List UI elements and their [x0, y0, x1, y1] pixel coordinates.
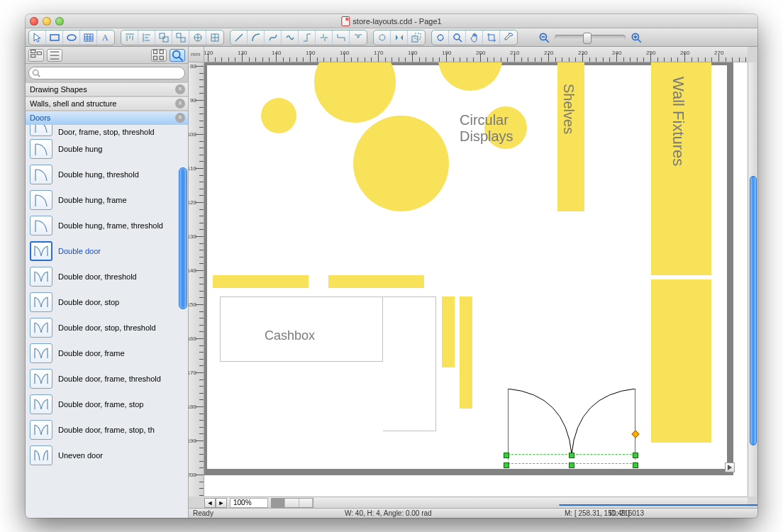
vertical-scroll-thumb[interactable]	[750, 176, 757, 445]
zoom-out-icon[interactable]	[538, 31, 550, 44]
svg-rect-14	[154, 50, 157, 53]
shape-label: Double hung	[58, 145, 102, 153]
counter-4[interactable]	[460, 297, 472, 409]
align-left-icon[interactable]	[138, 31, 155, 45]
canvas-area: mm 1201301401501601701801902002102202302…	[189, 47, 757, 518]
horizontal-ruler[interactable]: 1201301401501601701801902002102202302402…	[204, 47, 748, 62]
page-tabs[interactable]	[271, 498, 313, 508]
table-icon[interactable]	[80, 31, 97, 45]
svg-rect-16	[154, 56, 157, 60]
zoom-icon[interactable]	[449, 31, 466, 45]
pan-icon[interactable]	[466, 31, 483, 45]
shape-item[interactable]: Uneven door	[26, 443, 188, 468]
shape-item[interactable]: Double door, stop	[26, 289, 188, 315]
shape-item[interactable]: Double door, frame, stop, th	[26, 417, 188, 443]
close-window-button[interactable]	[30, 17, 38, 26]
drawing: Circular Displays Shelves Wall Fixtures …	[204, 62, 748, 497]
zoom-level-input[interactable]: 100%	[230, 498, 268, 508]
grid-icon[interactable]	[206, 31, 223, 45]
presentation-play-button[interactable]	[725, 462, 735, 472]
sidebar-scrollbar[interactable]	[179, 167, 187, 309]
curve-icon[interactable]	[265, 31, 282, 45]
shape-item[interactable]: Double hung	[26, 136, 188, 162]
resize-handle[interactable]	[504, 462, 509, 468]
circle-display-1[interactable]	[261, 98, 296, 133]
shape-item[interactable]: Double door, frame	[26, 340, 188, 366]
panel-list-tab[interactable]	[47, 49, 62, 62]
arc-icon[interactable]	[248, 31, 265, 45]
category-close-icon[interactable]: ×	[175, 99, 185, 109]
zoom-window-button[interactable]	[55, 17, 64, 26]
category-close-icon[interactable]: ×	[175, 84, 185, 94]
document-icon	[341, 16, 350, 26]
shape-item[interactable]: Double hung, frame, threshold	[26, 213, 188, 238]
prev-page-button[interactable]: ◄	[204, 498, 216, 508]
select-tools: A	[28, 30, 115, 45]
connector4-icon[interactable]	[350, 31, 367, 45]
shape-item[interactable]: Double door, frame, stop	[26, 392, 188, 417]
connector1-icon[interactable]	[299, 31, 316, 45]
minimize-window-button[interactable]	[43, 17, 51, 26]
shape-label: Double hung, threshold	[58, 170, 139, 179]
cashbox-shape-side[interactable]	[383, 297, 436, 431]
horizontal-scroll-thumb[interactable]	[559, 504, 757, 506]
resize-handle[interactable]	[569, 462, 574, 468]
shape-item[interactable]: Double hung, frame	[26, 187, 188, 213]
ellipse-icon[interactable]	[63, 31, 80, 45]
spline-icon[interactable]	[282, 31, 299, 45]
rectangle-icon[interactable]	[46, 31, 63, 45]
shape-item[interactable]: Double door	[26, 238, 188, 264]
svg-rect-6	[177, 33, 181, 38]
panel-tree-tab[interactable]	[28, 49, 44, 62]
align-tools	[121, 30, 224, 45]
scale-icon[interactable]	[408, 31, 425, 45]
zoom-in-icon[interactable]	[630, 31, 643, 44]
shape-item[interactable]: Double door, stop, threshold	[26, 315, 188, 340]
shape-item[interactable]: Door, frame, stop, threshold	[26, 125, 188, 136]
crop-icon[interactable]	[483, 31, 500, 45]
next-page-button[interactable]: ►	[216, 498, 227, 508]
category-doors[interactable]: Doors×	[26, 111, 188, 125]
resize-handle[interactable]	[633, 453, 638, 458]
line-icon[interactable]	[231, 31, 248, 45]
library-search-input[interactable]	[28, 67, 185, 79]
svg-rect-17	[160, 56, 163, 60]
shape-item[interactable]: Double hung, threshold	[26, 162, 188, 187]
double-door-object[interactable]	[508, 389, 635, 467]
panel-search-tab[interactable]	[170, 49, 185, 62]
vertical-ruler[interactable]: 8090100110120130140150160170180190200	[189, 62, 204, 497]
resize-handle[interactable]	[504, 453, 509, 458]
snap-icon[interactable]	[189, 31, 206, 45]
ungroup-icon[interactable]	[172, 31, 189, 45]
wall-fixtures-shape-2[interactable]	[651, 279, 711, 443]
shape-thumbnail	[30, 241, 52, 261]
category-drawing-shapes[interactable]: Drawing Shapes×	[26, 82, 188, 96]
group-icon[interactable]	[155, 31, 172, 45]
eyedropper-icon[interactable]	[500, 31, 517, 45]
view-tools	[431, 30, 518, 45]
panel-grid-tab[interactable]	[151, 49, 167, 62]
resize-handle[interactable]	[633, 462, 638, 468]
shape-thumbnail	[30, 125, 52, 136]
counter-3[interactable]	[442, 297, 455, 367]
category-walls-shell-and-structure[interactable]: Walls, shell and structure×	[26, 96, 188, 111]
resize-handle[interactable]	[569, 453, 574, 458]
rotate-icon[interactable]	[374, 31, 391, 45]
connector3-icon[interactable]	[333, 31, 350, 45]
flip-icon[interactable]	[391, 31, 408, 45]
shape-item[interactable]: Double door, frame, threshold	[26, 366, 188, 392]
doors-shape-list[interactable]: Door, frame, stop, thresholdDouble hungD…	[26, 125, 188, 518]
pointer-icon[interactable]	[29, 31, 46, 45]
align-top-icon[interactable]	[121, 31, 138, 45]
shape-item[interactable]: Double door, threshold	[26, 264, 188, 289]
counter-2[interactable]	[328, 275, 424, 288]
text-icon[interactable]: A	[97, 31, 114, 45]
counter-1[interactable]	[213, 275, 309, 288]
circle-display-3[interactable]	[353, 116, 449, 211]
connector2-icon[interactable]	[316, 31, 333, 45]
zoom-slider[interactable]	[555, 35, 626, 40]
vertical-scrollbar[interactable]	[748, 62, 757, 497]
refresh-icon[interactable]	[432, 31, 449, 45]
category-close-icon[interactable]: ×	[175, 113, 185, 123]
canvas-viewport[interactable]: Circular Displays Shelves Wall Fixtures …	[204, 62, 748, 497]
